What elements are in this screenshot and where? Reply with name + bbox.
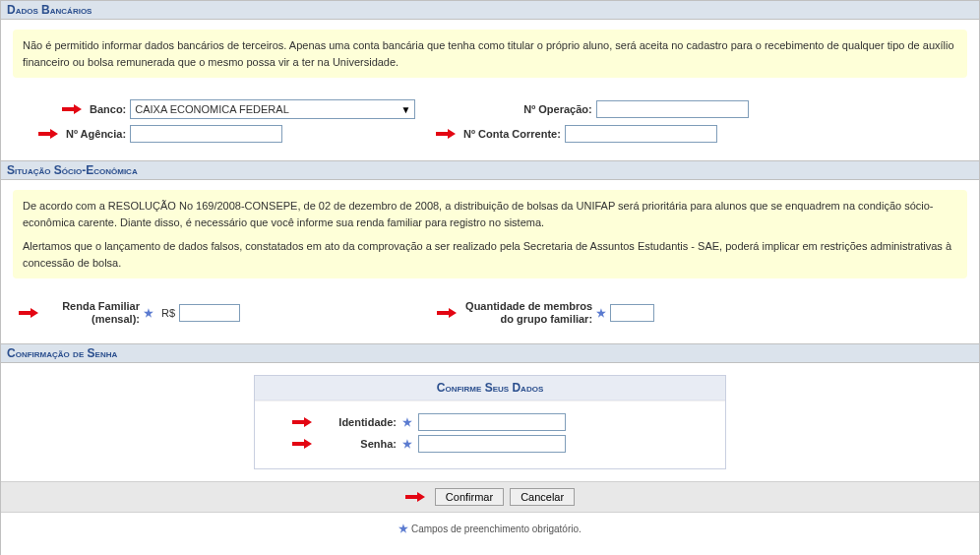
- confirm-box-title: Confirme Seus Dados: [255, 376, 725, 401]
- label-banco: Banco:: [90, 103, 126, 115]
- notice-bank: Não é permitido informar dados bancários…: [13, 30, 967, 78]
- arrow-icon: [263, 439, 312, 449]
- arrow-icon: [62, 104, 82, 114]
- arrow-icon: [437, 308, 457, 318]
- portal-link-wrap: Portal do Discente: [1, 549, 979, 555]
- svg-marker-7: [405, 492, 425, 502]
- arrow-icon: [436, 129, 456, 139]
- cancelar-button[interactable]: Cancelar: [510, 488, 575, 506]
- senha-input[interactable]: [418, 435, 566, 453]
- svg-marker-4: [437, 308, 457, 318]
- section-header-bank: Dados Bancários: [1, 0, 979, 20]
- notice-socio-text1: De acordo com a RESOLUÇÃO No 169/2008-CO…: [23, 198, 957, 230]
- confirm-box: Confirme Seus Dados Identidade: ★ Senha:…: [254, 375, 726, 469]
- socio-form: Renda Familiar (mensal): ★ R$ Quantidade…: [1, 288, 979, 343]
- chevron-down-icon: ▼: [400, 104, 410, 115]
- label-senha: Senha:: [318, 438, 397, 450]
- svg-marker-5: [292, 417, 312, 427]
- banco-select[interactable]: CAIXA ECONOMICA FEDERAL ▼: [130, 99, 415, 119]
- arrow-icon: [405, 492, 425, 502]
- label-membros: Quantidade de membros do grupo familiar:: [464, 300, 592, 326]
- arrow-icon: [38, 129, 58, 139]
- label-identidade: Identidade:: [318, 416, 397, 428]
- required-star-icon: ★: [398, 523, 408, 534]
- label-agencia: Nº Agência:: [66, 128, 126, 140]
- arrow-icon: [19, 308, 38, 318]
- renda-prefix: R$: [161, 307, 175, 319]
- required-legend: ★ Campos de preenchimento obrigatório.: [1, 513, 979, 549]
- banco-select-value: CAIXA ECONOMICA FEDERAL: [135, 103, 288, 115]
- agencia-input[interactable]: [130, 125, 282, 143]
- notice-socio: De acordo com a RESOLUÇÃO No 169/2008-CO…: [13, 190, 967, 278]
- required-star-icon: ★: [596, 307, 606, 320]
- confirmar-button[interactable]: Confirmar: [435, 488, 504, 506]
- main-container: Dados Bancários Não é permitido informar…: [0, 0, 980, 555]
- renda-input[interactable]: [179, 304, 240, 322]
- button-bar: Confirmar Cancelar: [1, 481, 979, 513]
- notice-bank-text: Não é permitido informar dados bancários…: [23, 39, 954, 68]
- svg-marker-0: [62, 104, 82, 114]
- required-star-icon: ★: [402, 438, 412, 451]
- section-header-senha: Confirmação de Senha: [1, 343, 979, 363]
- label-renda: Renda Familiar (mensal):: [46, 300, 140, 326]
- operacao-input[interactable]: [596, 100, 749, 118]
- confirm-box-body: Identidade: ★ Senha: ★: [255, 401, 725, 468]
- bank-form: Banco: CAIXA ECONOMICA FEDERAL ▼ Nº Oper…: [1, 88, 979, 160]
- required-star-icon: ★: [144, 307, 153, 320]
- notice-socio-text2: Alertamos que o lançamento de dados fals…: [23, 238, 957, 271]
- section-header-socio: Situação Sócio-Econômica: [1, 160, 979, 180]
- label-operacao: Nº Operação:: [523, 103, 591, 115]
- svg-marker-6: [292, 439, 312, 449]
- svg-marker-3: [19, 308, 38, 318]
- identidade-input[interactable]: [418, 413, 566, 431]
- svg-marker-2: [436, 129, 456, 139]
- label-conta: Nº Conta Corrente:: [463, 128, 561, 140]
- conta-input[interactable]: [565, 125, 717, 143]
- membros-input[interactable]: [610, 304, 654, 322]
- required-star-icon: ★: [402, 416, 412, 429]
- svg-marker-1: [38, 129, 58, 139]
- required-legend-text: Campos de preenchimento obrigatório.: [411, 524, 582, 534]
- arrow-icon: [263, 417, 312, 427]
